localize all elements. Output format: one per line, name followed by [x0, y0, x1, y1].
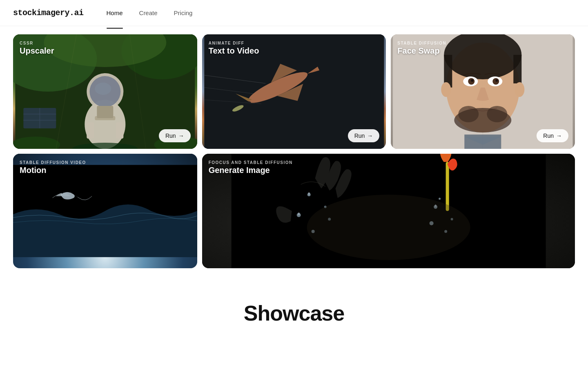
svg-point-44: [459, 106, 479, 122]
svg-point-65: [307, 195, 470, 260]
brand-logo[interactable]: stockimagery.ai: [13, 8, 84, 18]
nav-links: Home Create Pricing: [100, 6, 199, 20]
card-upscaler-run-button[interactable]: Run →: [159, 129, 191, 142]
card-motion[interactable]: STABLE DIFFUSION VIDEO Motion: [13, 154, 197, 268]
run-label-3: Run: [543, 132, 554, 139]
card-text-to-video[interactable]: ANIMATE DIFF Text to Video Run →: [202, 34, 386, 149]
svg-rect-36: [514, 55, 522, 83]
navbar: stockimagery.ai Home Create Pricing: [0, 0, 588, 26]
nav-link-pricing[interactable]: Pricing: [167, 6, 199, 20]
showcase-title: Showcase: [13, 301, 575, 325]
svg-rect-15: [97, 106, 113, 118]
arrow-right-icon: →: [178, 132, 184, 139]
svg-point-47: [441, 82, 451, 97]
run-label: Run: [165, 132, 176, 139]
card-generate-image[interactable]: FOOCUS AND STABLE DIFFUSION Generate Ima…: [202, 154, 575, 268]
card-text-video-category: ANIMATE DIFF: [209, 41, 259, 45]
showcase-section: Showcase: [0, 276, 588, 342]
arrow-right-icon-2: →: [367, 132, 373, 139]
card-text-video-title: Text to Video: [209, 46, 259, 56]
arrow-right-icon-3: →: [556, 132, 562, 139]
svg-rect-58: [445, 162, 449, 211]
card-upscaler-title: Upscaler: [20, 46, 54, 56]
card-generate-label: FOOCUS AND STABLE DIFFUSION Generate Ima…: [209, 160, 293, 175]
card-face-swap-run-button[interactable]: Run →: [537, 129, 568, 142]
svg-point-55: [298, 213, 300, 215]
card-face-swap-category: STABLE DIFFUSION: [397, 41, 446, 45]
card-motion-label: STABLE DIFFUSION VIDEO Motion: [20, 160, 86, 175]
card-generate-title: Generate Image: [209, 166, 293, 175]
card-face-swap-title: Face Swap: [397, 46, 446, 56]
card-face-swap-label: STABLE DIFFUSION Face Swap: [397, 41, 446, 56]
svg-point-64: [439, 198, 441, 200]
card-generate-category: FOOCUS AND STABLE DIFFUSION: [209, 160, 293, 165]
card-upscaler-category: CSSR: [20, 41, 54, 45]
svg-point-48: [515, 82, 525, 97]
svg-rect-13: [87, 122, 94, 139]
svg-rect-14: [116, 122, 123, 139]
card-face-swap[interactable]: STABLE DIFFUSION Face Swap Run →: [391, 34, 575, 149]
card-text-video-label: ANIMATE DIFF Text to Video: [209, 41, 259, 56]
card-text-video-run-button[interactable]: Run →: [348, 129, 380, 142]
card-motion-title: Motion: [20, 166, 86, 175]
nav-link-home[interactable]: Home: [100, 6, 129, 20]
card-upscaler[interactable]: CSSR Upscaler Run →: [13, 34, 197, 149]
card-motion-category: STABLE DIFFUSION VIDEO: [20, 160, 86, 165]
svg-point-42: [496, 79, 498, 82]
svg-point-52: [308, 192, 310, 195]
svg-point-45: [487, 106, 508, 122]
svg-point-11: [95, 83, 111, 95]
run-label-2: Run: [354, 132, 365, 139]
brand-name: stockimagery.ai: [13, 8, 84, 18]
svg-point-39: [471, 79, 474, 82]
card-grid: CSSR Upscaler Run →: [0, 26, 588, 276]
card-upscaler-label: CSSR Upscaler: [20, 41, 54, 56]
nav-link-create[interactable]: Create: [133, 6, 164, 20]
